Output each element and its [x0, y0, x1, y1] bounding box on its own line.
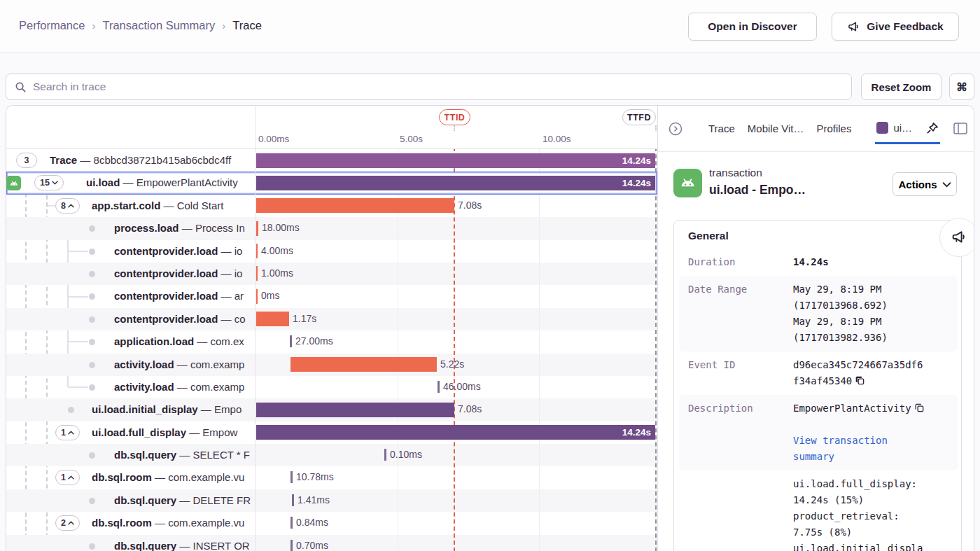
breadcrumb-transaction-summary[interactable]: Transaction Summary: [102, 19, 215, 32]
span-duration-track[interactable]: 0.84ms: [255, 512, 657, 534]
span-duration-track[interactable]: 7.08s: [255, 195, 657, 217]
span-duration-bar[interactable]: [256, 266, 258, 281]
span-duration-bar[interactable]: [290, 540, 293, 551]
span-duration-track[interactable]: 0ms: [255, 285, 657, 307]
reset-zoom-button[interactable]: Reset Zoom: [861, 74, 941, 100]
ttfd-badge[interactable]: TTFD: [622, 109, 656, 125]
span-duration-track[interactable]: 18.00ms: [255, 217, 657, 239]
trace-span-row[interactable]: 1 db.sql.room — com.example.vu 10.78ms: [6, 466, 657, 489]
span-duration-bar[interactable]: [290, 357, 437, 372]
chevron-up-icon: [68, 204, 74, 208]
pane-divider[interactable]: [255, 106, 255, 551]
span-row-left: contentprovider.load — ar: [6, 285, 255, 307]
span-duration-bar[interactable]: 14.24s: [256, 176, 655, 190]
shortcut-command-button[interactable]: ⌘: [949, 74, 974, 100]
span-duration-track[interactable]: 0.70ms: [255, 535, 657, 551]
copy-icon[interactable]: [914, 403, 925, 413]
trace-span-row[interactable]: 8 app.start.cold — Cold Start 7.08s: [6, 195, 657, 217]
description-key: Description: [688, 400, 793, 465]
trace-span-row[interactable]: contentprovider.load — io 4.00ms: [6, 240, 657, 263]
trace-span-row[interactable]: application.load — com.ex 27.00ms: [6, 330, 657, 353]
trace-span-row[interactable]: db.sql.query — INSERT OR 0.70ms: [6, 535, 657, 551]
span-label: db.sql.room — com.example.vu: [92, 471, 244, 483]
pin-icon[interactable]: [925, 121, 939, 136]
span-duration-bar[interactable]: [256, 244, 258, 258]
row-expand-badge[interactable]: 8: [55, 198, 80, 214]
span-label: Trace — 8cbbcd38721b415ab6cbdc4ff: [50, 154, 231, 166]
span-duration-label: 7.08s: [458, 403, 482, 414]
span-duration-track[interactable]: 5.22s: [255, 354, 657, 376]
row-expand-badge[interactable]: 15: [34, 175, 64, 190]
span-duration-bar[interactable]: 14.24s: [256, 153, 655, 168]
trace-span-row[interactable]: 2 db.sql.room — com.example.vu 0.84ms: [6, 512, 657, 534]
chevron-up-icon: [68, 431, 74, 435]
span-duration-track[interactable]: 14.24s: [255, 421, 657, 444]
span-duration-track[interactable]: 27.00ms: [255, 330, 657, 353]
view-transaction-summary-link[interactable]: View transaction summary: [793, 435, 888, 462]
span-duration-bar[interactable]: [256, 221, 258, 236]
trace-span-row[interactable]: db.sql.query — DELETE FR 1.41ms: [6, 489, 657, 512]
span-row-left: 1 ui.load.full_display — Empow: [6, 421, 255, 444]
trace-span-row[interactable]: process.load — Process In 18.00ms: [6, 217, 657, 239]
trace-span-row[interactable]: contentprovider.load — co 1.17s: [6, 308, 657, 330]
span-duration-track[interactable]: 1.17s: [255, 308, 657, 330]
span-duration-track[interactable]: 7.08s: [255, 398, 657, 421]
ttid-badge[interactable]: TTID: [439, 109, 470, 125]
timeline-header[interactable]: 0.00ms 5.00s 10.00s TTID TTFD: [6, 106, 657, 149]
span-duration-track[interactable]: 10.78ms: [255, 466, 657, 489]
open-in-discover-button[interactable]: Open in Discover: [688, 13, 817, 41]
trace-span-row[interactable]: ui.load.initial_display — Empo 7.08s: [6, 398, 657, 421]
span-row-left: activity.load — com.examp: [6, 376, 255, 398]
span-duration-track[interactable]: 0.10ms: [255, 444, 657, 466]
trace-span-row[interactable]: db.sql.query — SELECT * F 0.10ms: [6, 444, 657, 466]
tab-profiles[interactable]: Profiles: [816, 123, 851, 134]
tab-mobile-vitals[interactable]: Mobile Vit…: [748, 123, 804, 134]
span-duration-track[interactable]: 4.00ms: [255, 240, 657, 263]
span-row-left: 8 app.start.cold — Cold Start: [6, 195, 255, 217]
span-duration-bar[interactable]: [290, 335, 292, 347]
trace-span-row[interactable]: contentprovider.load — ar 0ms: [6, 285, 657, 307]
trace-span-row[interactable]: contentprovider.load — io 1.00ms: [6, 263, 657, 285]
span-duration-track[interactable]: 46.00ms: [255, 376, 657, 398]
search-input[interactable]: [33, 81, 843, 93]
span-duration-bar[interactable]: [384, 449, 386, 461]
span-duration-bar[interactable]: [256, 289, 258, 304]
span-duration-bar[interactable]: [290, 517, 293, 529]
actions-dropdown-button[interactable]: Actions: [892, 172, 957, 196]
span-row-left: 3 Trace — 8cbbcd38721b415ab6cbdc4ff: [6, 149, 255, 172]
span-duration-bar[interactable]: 14.24s: [256, 425, 655, 440]
span-duration-track[interactable]: 14.24s: [255, 172, 657, 194]
row-expand-badge[interactable]: 1: [55, 470, 80, 485]
layout-left-panel-icon[interactable]: [953, 123, 967, 134]
transaction-type-label: transaction: [709, 167, 762, 179]
span-duration-bar[interactable]: [292, 494, 294, 506]
trace-span-row[interactable]: 1 ui.load.full_display — Empow 14.24s: [6, 421, 657, 444]
span-duration-bar[interactable]: [256, 198, 454, 213]
span-duration-track[interactable]: 1.41ms: [255, 489, 657, 512]
row-expand-badge[interactable]: 2: [55, 515, 80, 531]
row-expand-badge[interactable]: 1: [55, 425, 80, 440]
trace-span-row[interactable]: 3 Trace — 8cbbcd38721b415ab6cbdc4ff 14.2…: [6, 149, 657, 172]
span-duration-label: 0.84ms: [296, 517, 328, 528]
collapse-panel-icon[interactable]: [668, 121, 683, 137]
span-duration-bar[interactable]: [290, 471, 293, 483]
span-duration-label: 0.10ms: [390, 449, 422, 460]
reset-zoom-label: Reset Zoom: [872, 81, 932, 93]
span-duration-bar[interactable]: [438, 381, 440, 393]
trace-span-row[interactable]: activity.load — com.examp 46.00ms: [6, 376, 657, 398]
span-duration-bar[interactable]: [256, 312, 289, 326]
trace-span-row[interactable]: 15 ui.load — EmpowerPlantActivity 14.24s: [6, 172, 657, 194]
span-duration-track[interactable]: 14.24s: [255, 149, 657, 172]
row-expand-badge[interactable]: 3: [16, 153, 37, 168]
give-feedback-button[interactable]: Give Feedback: [832, 13, 959, 41]
search-in-trace-box[interactable]: [6, 74, 852, 100]
span-duration-track[interactable]: 1.00ms: [255, 263, 657, 285]
copy-icon[interactable]: [855, 375, 865, 386]
tab-ui-load-active[interactable]: ui…: [876, 122, 912, 135]
span-label: contentprovider.load — co: [114, 313, 246, 325]
trace-span-row[interactable]: activity.load — com.examp 5.22s: [6, 354, 657, 376]
breadcrumb-performance[interactable]: Performance: [19, 19, 85, 32]
span-duration-bar[interactable]: [256, 403, 454, 417]
span-row-left: activity.load — com.examp: [6, 354, 255, 376]
tab-trace[interactable]: Trace: [708, 123, 735, 134]
